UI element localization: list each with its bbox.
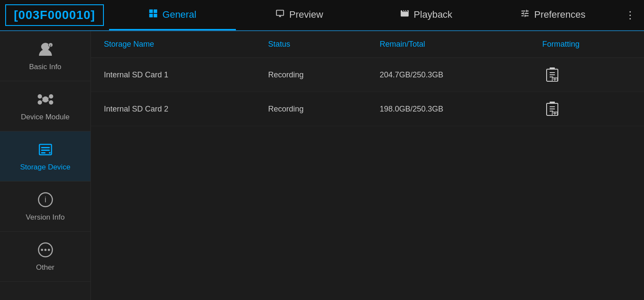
sidebar-basic-info-label: Basic Info [29, 63, 61, 71]
more-icon: ⋮ [625, 9, 635, 21]
sidebar-item-device-module[interactable]: Device Module [0, 81, 90, 131]
device-id: [003F000010] [5, 4, 104, 26]
sidebar-version-info-label: Version Info [26, 213, 65, 222]
storage-device-icon [37, 141, 54, 160]
sidebar-item-version-info[interactable]: i Version Info [0, 182, 90, 232]
tab-preview[interactable]: Preview [236, 0, 363, 30]
svg-point-11 [49, 100, 53, 105]
sidebar-device-module-label: Device Module [21, 113, 69, 121]
svg-point-8 [38, 94, 42, 99]
svg-point-10 [38, 100, 42, 105]
remain-total-cell: 198.0GB/250.3GB [367, 92, 529, 126]
svg-rect-1 [154, 10, 157, 13]
version-info-icon: i [37, 191, 54, 211]
svg-rect-28 [550, 67, 555, 70]
status-cell: Recording [255, 58, 367, 92]
film-icon [400, 9, 409, 20]
svg-point-26 [48, 249, 50, 251]
svg-rect-3 [154, 14, 157, 17]
tab-preferences[interactable]: Preferences [489, 0, 616, 30]
svg-point-20 [49, 152, 51, 154]
tab-playback-label: Playback [414, 9, 452, 20]
tab-playback[interactable]: Playback [363, 0, 489, 30]
app-header: [003F000010] General Preview Playback Pr… [0, 0, 644, 31]
tab-preferences-label: Preferences [534, 9, 586, 20]
svg-rect-2 [149, 14, 153, 17]
svg-rect-19 [41, 152, 45, 153]
svg-rect-18 [41, 150, 50, 151]
formatting-cell [529, 58, 644, 92]
svg-point-9 [49, 94, 53, 99]
format-button[interactable] [542, 100, 562, 118]
table-row: Internal SD Card 1Recording204.7GB/250.3… [91, 58, 644, 92]
sidebar: i Basic Info Device Module [0, 31, 91, 300]
sidebar-storage-device-label: Storage Device [20, 163, 70, 172]
tab-bar: General Preview Playback Preferences [109, 0, 616, 30]
sidebar-item-basic-info[interactable]: i Basic Info [0, 31, 90, 81]
col-storage-name: Storage Name [91, 31, 255, 58]
status-cell: Recording [255, 92, 367, 126]
svg-point-25 [44, 249, 46, 251]
storage-name-cell: Internal SD Card 1 [91, 58, 255, 92]
storage-name-cell: Internal SD Card 2 [91, 92, 255, 126]
storage-table: Storage Name Status Remain/Total Formatt… [91, 31, 644, 126]
tab-general[interactable]: General [109, 0, 236, 30]
svg-text:i: i [50, 44, 51, 48]
basic-info-icon: i [37, 41, 54, 60]
remain-total-cell: 204.7GB/250.3GB [367, 58, 529, 92]
svg-rect-17 [41, 147, 50, 148]
svg-rect-36 [550, 102, 555, 104]
sidebar-item-storage-device[interactable]: Storage Device [0, 131, 90, 182]
tab-preview-label: Preview [289, 9, 323, 20]
sliders-icon [520, 9, 530, 20]
grid-icon [148, 9, 158, 20]
format-button[interactable] [542, 66, 562, 84]
col-status: Status [255, 31, 367, 58]
tab-general-label: General [162, 9, 196, 20]
formatting-cell [529, 92, 644, 126]
col-remain-total: Remain/Total [367, 31, 529, 58]
sidebar-item-other[interactable]: Other [0, 232, 90, 282]
sidebar-other-label: Other [36, 263, 55, 272]
content-area: Storage Name Status Remain/Total Formatt… [91, 31, 644, 300]
svg-point-7 [42, 96, 48, 102]
svg-point-24 [41, 249, 43, 251]
table-row: Internal SD Card 2Recording198.0GB/250.3… [91, 92, 644, 126]
other-icon [37, 241, 54, 261]
more-button[interactable]: ⋮ [616, 0, 644, 30]
table-header-row: Storage Name Status Remain/Total Formatt… [91, 31, 644, 58]
svg-text:i: i [45, 195, 46, 204]
svg-rect-0 [149, 10, 153, 13]
col-formatting: Formatting [529, 31, 644, 58]
monitor-icon [275, 9, 285, 20]
device-module-icon [37, 91, 54, 110]
main-area: i Basic Info Device Module [0, 31, 644, 300]
